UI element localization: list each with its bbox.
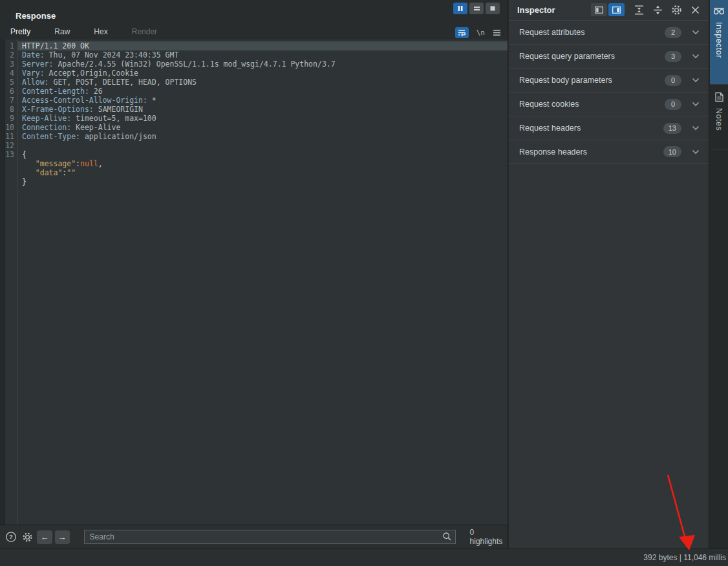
close-icon bbox=[691, 5, 700, 15]
help-icon: ? bbox=[5, 531, 17, 543]
search-toolbar: ? ← → 0 highlight bbox=[0, 525, 508, 549]
search-input[interactable] bbox=[84, 530, 456, 544]
collapse-all-button[interactable] bbox=[632, 3, 646, 17]
line-number: 9 bbox=[5, 114, 17, 123]
response-editor[interactable]: 1HTTP/1.1 200 OK2Date: Thu, 07 Nov 2024 … bbox=[0, 39, 508, 525]
search-field-wrap bbox=[84, 530, 456, 544]
count-badge: 2 bbox=[665, 27, 681, 38]
code-line[interactable]: } bbox=[5, 177, 508, 186]
search-icon[interactable] bbox=[442, 532, 452, 541]
line-number: 2 bbox=[5, 50, 17, 60]
code-line[interactable]: 10Connection: Keep-Alive bbox=[5, 123, 508, 132]
line-content: "message":null, bbox=[17, 159, 508, 168]
stop-button[interactable] bbox=[486, 3, 500, 14]
code-line[interactable]: 1HTTP/1.1 200 OK bbox=[5, 41, 508, 50]
code-line[interactable]: 4Vary: Accept,Origin,Cookie bbox=[5, 69, 508, 78]
section-request-attributes[interactable]: Request attributes 2 bbox=[509, 20, 709, 44]
line-content: X-Frame-Options: SAMEORIGIN bbox=[17, 105, 508, 114]
right-arrow-icon: → bbox=[58, 532, 67, 542]
search-next-button[interactable]: → bbox=[55, 530, 70, 544]
inspector-header: Inspector bbox=[509, 0, 709, 20]
section-request-query-parameters[interactable]: Request query parameters 3 bbox=[509, 44, 709, 68]
section-request-cookies[interactable]: Request cookies 0 bbox=[509, 92, 709, 116]
inspector-settings-button[interactable] bbox=[669, 3, 683, 17]
inspector-close-button[interactable] bbox=[688, 3, 702, 17]
stream-control-group bbox=[453, 3, 500, 14]
code-line[interactable]: 9Keep-Alive: timeout=5, max=100 bbox=[5, 114, 508, 123]
expand-all-icon bbox=[652, 5, 663, 16]
section-label: Request headers bbox=[519, 124, 663, 133]
pause-button[interactable] bbox=[453, 3, 467, 14]
code-line[interactable]: 8X-Frame-Options: SAMEORIGIN bbox=[5, 105, 508, 114]
tab-raw[interactable]: Raw bbox=[52, 26, 72, 39]
code-line[interactable]: "message":null, bbox=[5, 159, 508, 168]
line-number bbox=[5, 177, 17, 186]
count-badge: 0 bbox=[665, 99, 681, 110]
code-line[interactable]: 2Date: Thu, 07 Nov 2024 23:40:35 GMT bbox=[5, 50, 508, 60]
inspector-layout-toggle bbox=[591, 3, 625, 16]
section-response-headers[interactable]: Response headers 10 bbox=[509, 140, 709, 164]
notes-document-icon bbox=[714, 92, 724, 102]
search-prev-button[interactable]: ← bbox=[37, 530, 52, 544]
side-tab-inspector[interactable]: Inspector bbox=[710, 0, 728, 85]
chevron-down-icon bbox=[692, 125, 700, 131]
section-label: Request query parameters bbox=[519, 52, 665, 61]
count-badge: 0 bbox=[665, 75, 681, 86]
word-wrap-button[interactable] bbox=[455, 27, 469, 38]
line-number: 3 bbox=[5, 60, 17, 69]
code-line[interactable]: 11Content-Type: application/json bbox=[5, 132, 508, 141]
svg-text:?: ? bbox=[9, 533, 13, 540]
line-content: "data":"" bbox=[17, 168, 508, 177]
response-tab-bar: Pretty Raw Hex Render \n bbox=[0, 26, 508, 39]
chevron-down-icon bbox=[692, 54, 700, 59]
line-content: Date: Thu, 07 Nov 2024 23:40:35 GMT bbox=[17, 50, 508, 60]
line-number bbox=[5, 168, 17, 177]
expand-all-button[interactable] bbox=[650, 3, 665, 17]
line-number: 6 bbox=[5, 87, 17, 96]
response-title: Response bbox=[16, 11, 56, 21]
layout-left-button[interactable] bbox=[591, 3, 607, 16]
layout-right-button[interactable] bbox=[608, 3, 625, 16]
code-line[interactable]: 12 bbox=[5, 141, 508, 150]
section-request-body-parameters[interactable]: Request body parameters 0 bbox=[509, 68, 709, 92]
chevron-down-icon bbox=[692, 149, 700, 155]
line-number: 13 bbox=[5, 150, 17, 159]
line-content: Content-Length: 26 bbox=[17, 87, 508, 96]
code-line[interactable]: "data":"" bbox=[5, 168, 508, 177]
side-tab-notes[interactable]: Notes bbox=[710, 85, 728, 149]
code-line[interactable]: 6Content-Length: 26 bbox=[5, 87, 508, 96]
code-line[interactable]: 3Server: Apache/2.4.55 (Win32) OpenSSL/1… bbox=[5, 60, 508, 69]
line-number: 10 bbox=[5, 123, 17, 132]
side-tab-label: Notes bbox=[714, 108, 723, 131]
search-settings-button[interactable] bbox=[21, 530, 34, 544]
chevron-down-icon bbox=[692, 102, 700, 107]
section-label: Request body parameters bbox=[519, 76, 665, 85]
layout-left-icon bbox=[595, 6, 603, 14]
highlights-count: 0 highlights bbox=[470, 528, 508, 546]
newline-toggle[interactable]: \n bbox=[476, 28, 485, 37]
burp-response-window: Response P bbox=[0, 0, 728, 566]
response-panel: Response P bbox=[0, 0, 508, 549]
response-metrics: 392 bytes | 11,046 millis bbox=[643, 553, 728, 562]
help-button[interactable]: ? bbox=[5, 530, 17, 544]
chevron-down-icon bbox=[692, 30, 700, 35]
stop-square-icon bbox=[489, 5, 496, 12]
line-number: 4 bbox=[5, 69, 17, 78]
count-badge: 10 bbox=[663, 146, 681, 157]
horizontal-lines-icon bbox=[473, 5, 480, 12]
section-request-headers[interactable]: Request headers 13 bbox=[509, 116, 709, 140]
editor-menu-icon[interactable] bbox=[493, 29, 501, 36]
line-content: Allow: GET, POST, DELETE, HEAD, OPTIONS bbox=[17, 78, 508, 87]
tab-render[interactable]: Render bbox=[129, 26, 160, 39]
line-content: Server: Apache/2.4.55 (Win32) OpenSSL/1.… bbox=[17, 60, 508, 69]
left-arrow-icon: ← bbox=[40, 532, 48, 542]
tab-hex[interactable]: Hex bbox=[91, 26, 110, 39]
count-badge: 13 bbox=[663, 123, 681, 134]
lines-view-button[interactable] bbox=[469, 3, 484, 14]
code-line[interactable]: 5Allow: GET, POST, DELETE, HEAD, OPTIONS bbox=[5, 78, 508, 87]
code-line[interactable]: 13{ bbox=[5, 150, 508, 159]
chevron-down-icon bbox=[692, 78, 700, 83]
code-line[interactable]: 7Access-Control-Allow-Origin: * bbox=[5, 96, 508, 105]
line-content: Vary: Accept,Origin,Cookie bbox=[17, 69, 508, 78]
gear-icon bbox=[21, 531, 34, 543]
